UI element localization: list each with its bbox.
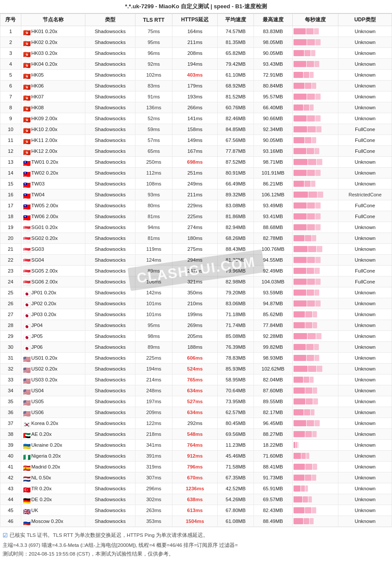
- col-udp-type: UDP类型: [338, 14, 392, 26]
- cell-https: 164ms: [172, 26, 218, 37]
- cell-node-name: 🇯🇵JP05: [21, 331, 85, 342]
- speed-bar-3: [313, 311, 317, 317]
- cell-https: 180ms: [172, 233, 218, 244]
- cell-https: 211ms: [172, 37, 218, 48]
- speed-bar-3: [313, 464, 317, 470]
- cell-https: 266ms: [172, 102, 218, 113]
- cell-id: 44: [0, 494, 21, 505]
- table-row: 38 🇦🇪AE 0.20x Shadowsocks 218ms 548ms 69…: [0, 429, 392, 440]
- speed-bar-3: [317, 246, 322, 252]
- cell-udp-type: Unknown: [338, 516, 392, 527]
- cell-max-speed: 93.41MB: [253, 211, 292, 222]
- speed-bar-2: [304, 181, 311, 187]
- cell-tls-rtt: 102ms: [135, 70, 172, 81]
- cell-https: 225ms: [172, 211, 218, 222]
- speed-bar-1: [294, 377, 303, 383]
- speed-bar-3: [315, 39, 321, 45]
- cell-node-name: 🇺🇸US02 0.20x: [21, 364, 85, 374]
- cell-id: 39: [0, 440, 21, 451]
- speed-bar-3: [313, 398, 318, 404]
- flag-icon: 🇯🇵: [23, 334, 30, 339]
- speed-bar-container: [294, 387, 338, 394]
- speed-bar-3: [311, 409, 314, 415]
- flag-icon: 🇷🇺: [23, 519, 30, 524]
- cell-avg-speed: 82.98MB: [218, 276, 253, 287]
- cell-avg-speed: 62.57MB: [218, 407, 253, 418]
- speed-bar-1: [294, 507, 304, 513]
- speed-bar-container: [294, 452, 338, 460]
- cell-udp-type: Unknown: [338, 157, 392, 168]
- flag-icon: 🇳🇬: [23, 454, 30, 458]
- cell-tls-rtt: 214ms: [135, 374, 172, 385]
- cell-tls-rtt: 89ms: [135, 342, 172, 353]
- cell-id: 33: [0, 374, 21, 385]
- cell-max-speed: 95.57MB: [253, 91, 292, 102]
- cell-type: Shadowsocks: [85, 233, 135, 244]
- cell-node-name: 🇭🇰HK06: [21, 81, 85, 91]
- speed-bar-container: [294, 38, 338, 46]
- speed-bar-container: [294, 71, 338, 79]
- cell-node-name: 🇹🇼TW06 2.00x: [21, 211, 85, 222]
- cell-speed-bar: [292, 429, 338, 440]
- speed-bar-1: [294, 104, 303, 111]
- speed-bar-container: [294, 169, 338, 177]
- cell-max-speed: 102.62MB: [253, 364, 292, 374]
- flag-icon: 🇺🇸: [23, 378, 30, 382]
- cell-tls-rtt: 93ms: [135, 189, 172, 200]
- cell-type: Shadowsocks: [85, 276, 135, 287]
- speed-bar-2: [306, 28, 314, 34]
- speed-bar-2: [307, 355, 314, 361]
- speed-bar-3: [311, 50, 315, 56]
- footer-test-time: 测试时间：2024-08-15 19:55:08 (CST)，本测试为试验性结果…: [3, 550, 389, 559]
- table-row: 44 🇩🇪DE 0.20x Shadowsocks 302ms 638ms 54…: [0, 494, 392, 505]
- speed-bar-3: [310, 104, 314, 111]
- cell-id: 8: [0, 102, 21, 113]
- cell-tls-rtt: 197ms: [135, 396, 172, 407]
- cell-tls-rtt: 353ms: [135, 516, 172, 527]
- flag-icon: 🇯🇵: [23, 323, 30, 328]
- cell-id: 23: [0, 266, 21, 276]
- cell-node-name: 🇹🇼TW02 0.20x: [21, 168, 85, 179]
- speed-bar-1: [294, 61, 306, 67]
- speed-bar-2: [304, 409, 310, 415]
- cell-max-speed: 106.12MB: [253, 189, 292, 200]
- cell-speed-bar: [292, 385, 338, 396]
- footer: ☑ 已核实 TLS 证书。TLS RTT 为单次数据交换延迟，HTTPS Pin…: [0, 527, 392, 560]
- cell-avg-speed: 60.76MB: [218, 102, 253, 113]
- cell-id: 5: [0, 70, 21, 81]
- cell-tls-rtt: 296ms: [135, 483, 172, 494]
- cell-type: Shadowsocks: [85, 222, 135, 233]
- cell-id: 3: [0, 48, 21, 59]
- cell-udp-type: Unknown: [338, 472, 392, 483]
- cell-udp-type: Unknown: [338, 91, 392, 102]
- cell-avg-speed: 84.85MB: [218, 124, 253, 135]
- cell-https: 634ms: [172, 385, 218, 396]
- table-row: 40 🇳🇬Nigeria 0.20x Shadowsocks 391ms 912…: [0, 451, 392, 462]
- flag-icon: 🇭🇰: [23, 94, 30, 99]
- cell-node-name: 🇺🇸US05: [21, 396, 85, 407]
- cell-https: 606ms: [172, 353, 218, 364]
- speed-bar-container: [294, 278, 338, 286]
- flag-icon: 🇯🇵: [23, 345, 30, 350]
- flag-icon: 🇺🇸: [23, 410, 30, 415]
- table-row: 2 🇭🇰HK02 0.20x Shadowsocks 95ms 211ms 81…: [0, 37, 392, 48]
- cell-speed-bar: [292, 407, 338, 418]
- cell-udp-type: Unknown: [338, 168, 392, 179]
- table-row: 25 🇯🇵JP01 0.20x Shadowsocks 142ms 350ms …: [0, 287, 392, 298]
- cell-max-speed: 98.93MB: [253, 353, 292, 364]
- table-row: 10 🇭🇰HK10 2.00x Shadowsocks 59ms 158ms 8…: [0, 124, 392, 135]
- flag-icon: 🇹🇼: [23, 171, 30, 175]
- speed-bar-3: [315, 257, 321, 263]
- cell-speed-bar: [292, 102, 338, 113]
- cell-max-speed: 18.22MB: [253, 440, 292, 451]
- cell-max-speed: 88.27MB: [253, 429, 292, 440]
- cell-type: Shadowsocks: [85, 91, 135, 102]
- cell-id: 10: [0, 124, 21, 135]
- cell-node-name: 🇹🇼TW03: [21, 179, 85, 189]
- cell-speed-bar: [292, 26, 338, 37]
- flag-icon: 🇭🇰: [23, 138, 30, 143]
- cell-max-speed: 92.28MB: [253, 331, 292, 342]
- cell-max-speed: 88.68MB: [253, 222, 292, 233]
- cell-max-speed: 82.78MB: [253, 233, 292, 244]
- cell-speed-bar: [292, 244, 338, 255]
